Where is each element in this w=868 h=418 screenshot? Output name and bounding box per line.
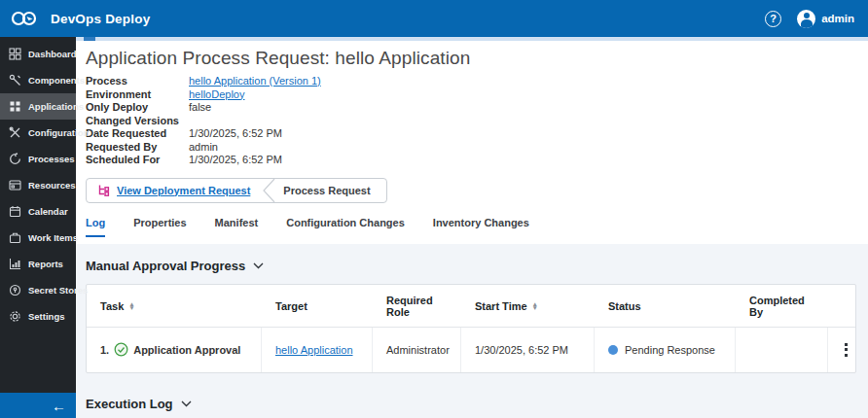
task-name: Application Approval [133, 344, 240, 356]
sort-task-control[interactable]: ▲▼ [128, 302, 134, 310]
sidebar-item-secret-stores[interactable]: Secret Stores [0, 277, 76, 303]
sidebar-item-label: Calendar [28, 206, 68, 217]
detail-label: Process [86, 75, 189, 88]
environment-link[interactable]: helloDeploy [189, 88, 244, 100]
detail-row-date-requested: Date Requested 1/30/2025, 6:52 PM [86, 127, 856, 141]
column-header-completed-by: Completed By [749, 295, 820, 318]
column-header-start-time: Start Time [475, 300, 527, 312]
detail-row-process: Process hello Application (Version 1) [86, 75, 856, 88]
detail-value: 1/30/2025, 6:52 PM [189, 154, 282, 167]
sidebar-item-label: Processes [28, 154, 75, 164]
approval-table: Task ▲▼ Target Required Role Start Time … [86, 284, 856, 373]
horizontal-scrollbar[interactable] [76, 37, 868, 41]
devops-deploy-logo-icon [10, 8, 43, 29]
detail-label: Date Requested [86, 127, 189, 141]
user-name: admin [821, 13, 854, 24]
sidebar-item-configuration[interactable]: Configuration [0, 120, 76, 146]
row-overflow-menu-icon[interactable] [841, 339, 851, 361]
status-badge: Pending Response [625, 344, 715, 356]
process-request-crumb: Process Request [275, 179, 385, 202]
sidebar-item-label: Components [28, 75, 85, 86]
row-number: 1. [100, 344, 109, 356]
column-header-required-role: Required Role [386, 295, 453, 318]
detail-row-environment: Environment helloDeploy [86, 88, 856, 102]
sidebar-item-label: Settings [28, 311, 64, 322]
view-deployment-request-link[interactable]: View Deployment Request [117, 185, 250, 196]
detail-label: Requested By [86, 141, 189, 155]
column-header-task: Task [100, 300, 124, 312]
approval-check-icon [114, 342, 128, 357]
calendar-icon [9, 205, 21, 218]
scrollbar-thumb[interactable] [84, 37, 95, 41]
user-avatar-icon [797, 10, 815, 28]
log-tab-panel: Manual Approval Progress Task ▲▼ Target … [76, 244, 868, 418]
detail-label: Scheduled For [86, 154, 189, 167]
user-menu[interactable]: admin [797, 10, 854, 28]
main-content: Application Process Request: hello Appli… [76, 37, 868, 418]
chevron-down-icon[interactable] [181, 401, 192, 407]
sort-start-time-control[interactable]: ▲▼ [532, 302, 538, 310]
dashboard-icon [9, 48, 21, 60]
sidebar-item-reports[interactable]: Reports [0, 251, 76, 277]
sidebar-item-label: Reports [28, 259, 63, 269]
request-details: Process hello Application (Version 1) En… [86, 75, 856, 167]
sidebar-item-processes[interactable]: Processes [0, 146, 76, 172]
sidebar-item-label: Dashboard [28, 49, 77, 59]
table-row: 1. Application Approval hello Applicatio… [87, 328, 855, 372]
top-header-bar: DevOps Deploy ? admin [0, 0, 868, 37]
execution-section-header: Execution Log [86, 397, 856, 411]
resources-icon [9, 179, 21, 192]
sidebar-item-applications[interactable]: Applications [0, 93, 76, 120]
components-icon [9, 74, 21, 87]
app-title: DevOps Deploy [51, 12, 150, 26]
sidebar-item-label: Resources [28, 180, 76, 191]
tab-log[interactable]: Log [86, 217, 105, 237]
sidebar-item-label: Work Items [28, 232, 78, 243]
detail-label: Only Deploy Changed Versions [86, 101, 189, 127]
required-role-value: Administrator [386, 344, 450, 356]
detail-label: Environment [86, 88, 189, 102]
approval-section-title: Manual Approval Progress [86, 259, 245, 273]
sidebar-item-settings[interactable]: Settings [0, 303, 76, 330]
sidebar-item-components[interactable]: Components [0, 67, 76, 93]
tab-configuration-changes[interactable]: Configuration Changes [286, 217, 405, 237]
sidebar-item-calendar[interactable]: Calendar [0, 198, 76, 225]
page-title: Application Process Request: hello Appli… [86, 48, 856, 69]
settings-icon [9, 310, 21, 323]
column-header-status: Status [608, 300, 641, 312]
detail-value: admin [189, 141, 218, 155]
detail-row-only-deploy-changed: Only Deploy Changed Versions false [86, 101, 856, 127]
target-link[interactable]: hello Application [275, 344, 353, 356]
sidebar-item-label: Applications [28, 101, 84, 112]
sidebar-nav: Dashboard Components Applications Config… [0, 37, 76, 418]
sidebar-collapse-button[interactable]: ← [0, 393, 76, 418]
table-header-row: Task ▲▼ Target Required Role Start Time … [87, 285, 855, 328]
help-icon[interactable]: ? [765, 11, 781, 27]
detail-value: 1/30/2025, 6:52 PM [189, 127, 282, 141]
detail-row-scheduled-for: Scheduled For 1/30/2025, 6:52 PM [86, 154, 856, 167]
start-time-value: 1/30/2025, 6:52 PM [475, 344, 568, 356]
detail-tabs: Log Properties Manifest Configuration Ch… [86, 217, 856, 237]
configuration-icon [9, 126, 21, 139]
sidebar-item-work-items[interactable]: Work Items [0, 225, 76, 251]
reports-icon [9, 258, 21, 270]
execution-log-section: Execution Log Waiting to start... Cancel [86, 397, 856, 418]
request-breadcrumb: View Deployment Request Process Request [86, 178, 387, 203]
tab-properties[interactable]: Properties [133, 217, 186, 237]
sidebar-item-label: Configuration [28, 127, 89, 138]
column-header-target: Target [275, 300, 307, 312]
sidebar-item-label: Secret Stores [28, 285, 88, 296]
tab-inventory-changes[interactable]: Inventory Changes [433, 217, 529, 237]
sidebar-item-dashboard[interactable]: Dashboard [0, 41, 76, 67]
tab-manifest[interactable]: Manifest [215, 217, 259, 237]
sidebar-item-resources[interactable]: Resources [0, 172, 76, 198]
detail-row-requested-by: Requested By admin [86, 141, 856, 155]
collapse-arrow-icon: ← [52, 399, 66, 413]
detail-value: false [189, 101, 211, 127]
work-items-icon [9, 231, 21, 244]
secret-stores-icon [9, 284, 21, 296]
chevron-down-icon[interactable] [253, 262, 264, 269]
processes-icon [9, 153, 21, 165]
process-link[interactable]: hello Application (Version 1) [189, 75, 321, 87]
chevron-left-divider-icon [262, 179, 275, 202]
